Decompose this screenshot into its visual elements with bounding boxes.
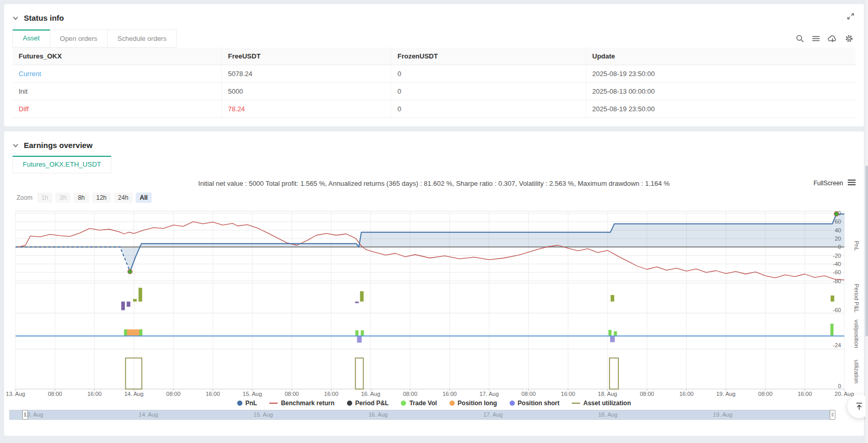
column-header-freeusdt: FreeUSDT bbox=[222, 48, 391, 65]
legend-item-position-long[interactable]: Position long bbox=[450, 400, 497, 407]
collapse-chevron-icon[interactable] bbox=[12, 142, 19, 149]
navigator-right-handle[interactable] bbox=[830, 410, 835, 420]
legend-label: PnL bbox=[245, 400, 257, 407]
column-header-frozenusdt: FrozenUSDT bbox=[391, 48, 586, 65]
chart-plot[interactable]: 13. Aug08:0016:0014. Aug08:0016:0015. Au… bbox=[4, 207, 864, 400]
asset-table-body: Current5078.2402025-08-19 23:50:00Init50… bbox=[12, 65, 856, 118]
chart-navigator[interactable]: 13. Aug14. Aug15. Aug16. Aug17. Aug18. A… bbox=[9, 410, 835, 420]
svg-text:-40: -40 bbox=[833, 261, 841, 267]
scroll-to-top-button[interactable] bbox=[847, 394, 868, 418]
svg-text:PnL: PnL bbox=[853, 241, 860, 251]
navigator-label-18-aug: 18. Aug bbox=[598, 411, 617, 418]
legend-item-trade-vol[interactable]: Trade Vol bbox=[401, 400, 437, 407]
svg-text:vol/position: vol/position bbox=[853, 319, 860, 348]
svg-text:08:00: 08:00 bbox=[48, 391, 62, 397]
svg-text:08:00: 08:00 bbox=[640, 391, 654, 397]
svg-text:13. Aug: 13. Aug bbox=[6, 391, 25, 397]
svg-text:18. Aug: 18. Aug bbox=[598, 391, 617, 397]
cell-init-3: 2025-08-13 00:00:00 bbox=[586, 83, 856, 100]
svg-text:0: 0 bbox=[838, 383, 841, 389]
tab-futures-okx-eth-usdt[interactable]: Futures_OKX.ETH_USDT bbox=[12, 156, 111, 173]
zoom-button-8h[interactable]: 8h bbox=[74, 193, 89, 203]
chart-legend: PnLBenchmark returnPeriod P&LTrade VolPo… bbox=[4, 400, 864, 407]
svg-text:08:00: 08:00 bbox=[285, 391, 299, 397]
cell-diff-1: 78.24 bbox=[222, 100, 391, 118]
legend-marker-period-p-l bbox=[347, 401, 352, 406]
svg-text:Period P&L: Period P&L bbox=[853, 284, 860, 313]
stats-summary: Initial net value : 5000 Total profit: 1… bbox=[198, 180, 670, 187]
svg-text:17. Aug: 17. Aug bbox=[480, 391, 499, 397]
legend-item-asset-utilization[interactable]: Asset utilization bbox=[572, 400, 631, 407]
status-tabs: AssetOpen ordersSchedule orders bbox=[12, 29, 864, 48]
tab-asset[interactable]: Asset bbox=[12, 29, 50, 48]
fullscreen-control: FullScreen bbox=[814, 179, 856, 187]
earnings-overview-panel: Earnings overview Futures_OKX.ETH_USDT I… bbox=[4, 131, 864, 436]
cell-init-0: Init bbox=[12, 83, 222, 100]
legend-marker-pnl bbox=[237, 401, 242, 406]
status-header: Status info bbox=[4, 4, 864, 22]
cell-init-1: 5000 bbox=[222, 83, 391, 100]
tab-open-orders[interactable]: Open orders bbox=[50, 29, 108, 48]
legend-item-benchmark-return[interactable]: Benchmark return bbox=[269, 400, 334, 407]
svg-text:08:00: 08:00 bbox=[403, 391, 417, 397]
legend-marker-position-long bbox=[450, 401, 455, 406]
earnings-header: Earnings overview bbox=[4, 131, 864, 150]
zoom-label: Zoom bbox=[17, 194, 33, 201]
navigator-label-16-aug: 16. Aug bbox=[368, 411, 387, 418]
search-icon[interactable] bbox=[795, 34, 804, 43]
legend-marker-position-short bbox=[510, 401, 515, 406]
svg-text:20. Aug: 20. Aug bbox=[835, 391, 854, 397]
legend-label: Position short bbox=[518, 400, 560, 407]
collapse-chevron-icon[interactable] bbox=[12, 15, 19, 21]
svg-text:-60: -60 bbox=[833, 307, 841, 313]
table-row-current: Current5078.2402025-08-19 23:50:00 bbox=[12, 65, 856, 83]
column-header-update: Update bbox=[586, 48, 856, 65]
navigator-label-15-aug: 15. Aug bbox=[254, 411, 273, 418]
legend-item-position-short[interactable]: Position short bbox=[510, 400, 560, 407]
svg-text:19. Aug: 19. Aug bbox=[716, 391, 735, 397]
expand-icon[interactable] bbox=[847, 12, 855, 22]
cell-current-3: 2025-08-19 23:50:00 bbox=[586, 65, 856, 83]
zoom-button-24h[interactable]: 24h bbox=[114, 193, 133, 203]
svg-text:16:00: 16:00 bbox=[206, 391, 220, 397]
cell-init-2: 0 bbox=[391, 83, 586, 100]
table-toolbar bbox=[795, 34, 853, 43]
chart-menu-icon[interactable] bbox=[848, 179, 856, 187]
table-row-diff: Diff78.2402025-08-19 23:50:00 bbox=[12, 100, 856, 118]
fullscreen-button[interactable]: FullScreen bbox=[814, 180, 843, 187]
svg-text:08:00: 08:00 bbox=[166, 391, 181, 397]
zoom-button-1h: 1h bbox=[37, 193, 52, 203]
cell-current-2: 0 bbox=[391, 65, 586, 83]
asset-table: Futures_OKXFreeUSDTFrozenUSDTUpdate Curr… bbox=[12, 48, 856, 118]
status-title: Status info bbox=[24, 13, 64, 22]
tab-schedule-orders[interactable]: Schedule orders bbox=[108, 29, 177, 48]
asset-table-header-row: Futures_OKXFreeUSDTFrozenUSDTUpdate bbox=[12, 48, 856, 65]
legend-item-period-p-l[interactable]: Period P&L bbox=[347, 400, 389, 407]
settings-icon[interactable] bbox=[845, 34, 853, 43]
svg-text:16:00: 16:00 bbox=[561, 391, 575, 397]
cell-current-0[interactable]: Current bbox=[12, 65, 222, 83]
earnings-title: Earnings overview bbox=[24, 141, 93, 150]
legend-label: Period P&L bbox=[355, 400, 389, 407]
navigator-label-17-aug: 17. Aug bbox=[483, 411, 502, 418]
zoom-button-3h: 3h bbox=[55, 193, 70, 203]
legend-label: Trade Vol bbox=[409, 400, 437, 407]
svg-text:16:00: 16:00 bbox=[442, 391, 457, 397]
svg-text:16:00: 16:00 bbox=[679, 391, 694, 397]
legend-item-pnl[interactable]: PnL bbox=[237, 400, 257, 407]
cloud-download-icon[interactable] bbox=[828, 34, 837, 43]
zoom-controls: Zoom 1h3h8h12h24hAll bbox=[17, 193, 864, 203]
scrollbar-thumb[interactable] bbox=[865, 166, 868, 336]
legend-marker-asset-utilization bbox=[572, 403, 580, 404]
legend-marker-trade-vol bbox=[401, 401, 406, 406]
zoom-button-12h[interactable]: 12h bbox=[92, 193, 111, 203]
cell-diff-2: 0 bbox=[391, 100, 586, 118]
svg-text:-20: -20 bbox=[833, 253, 841, 259]
svg-text:08:00: 08:00 bbox=[522, 391, 536, 397]
column-header-futures-okx: Futures_OKX bbox=[12, 48, 222, 65]
table-row-init: Init500002025-08-13 00:00:00 bbox=[12, 83, 856, 100]
cell-diff-3: 2025-08-19 23:50:00 bbox=[586, 100, 856, 118]
zoom-button-all[interactable]: All bbox=[136, 193, 152, 203]
svg-text:14. Aug: 14. Aug bbox=[124, 391, 143, 397]
menu-icon[interactable] bbox=[812, 34, 820, 43]
